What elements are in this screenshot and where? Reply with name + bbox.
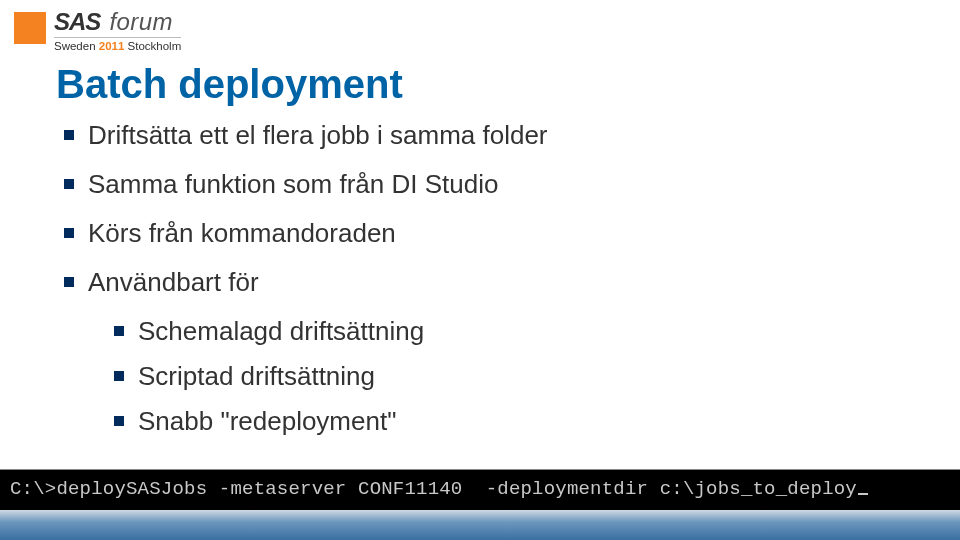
bullet-text: Körs från kommandoraden	[88, 218, 396, 249]
footer-gradient-bar	[0, 510, 960, 540]
bullet-text: Driftsätta ett el flera jobb i samma fol…	[88, 120, 548, 151]
bullet-level1: Körs från kommandoraden	[64, 218, 900, 249]
bullet-square-icon	[114, 371, 124, 381]
bullet-square-icon	[64, 130, 74, 140]
bullet-level1: Samma funktion som från DI Studio	[64, 169, 900, 200]
bullet-square-icon	[64, 277, 74, 287]
bullet-square-icon	[64, 179, 74, 189]
bullet-level1: Driftsätta ett el flera jobb i samma fol…	[64, 120, 900, 151]
logo-sub-city: Stockholm	[128, 40, 182, 52]
bullet-text: Scriptad driftsättning	[138, 361, 375, 392]
logo-sas-text: SAS	[54, 8, 100, 35]
bullet-text: Schemalagd driftsättning	[138, 316, 424, 347]
bullet-square-icon	[64, 228, 74, 238]
bullet-text: Snabb "redeployment"	[138, 406, 396, 437]
bullet-list: Driftsätta ett el flera jobb i samma fol…	[64, 120, 900, 451]
logo-text: SAS forum Sweden 2011 Stockholm	[54, 10, 181, 53]
bullet-level1: Användbart för	[64, 267, 900, 298]
terminal-line: C:\>deploySASJobs -metaserver CONF11140 …	[10, 478, 857, 500]
logo-forum-text: forum	[109, 8, 172, 35]
logo-square-icon	[14, 12, 46, 44]
bullet-text: Samma funktion som från DI Studio	[88, 169, 498, 200]
logo-main-line: SAS forum	[54, 10, 181, 34]
bullet-square-icon	[114, 416, 124, 426]
bullet-level2: Schemalagd driftsättning	[114, 316, 900, 347]
terminal-screenshot: C:\>deploySASJobs -metaserver CONF11140 …	[0, 469, 960, 510]
slide-header: SAS forum Sweden 2011 Stockholm	[14, 10, 181, 53]
bullet-square-icon	[114, 326, 124, 336]
slide-title: Batch deployment	[56, 62, 403, 107]
bullet-level2: Scriptad driftsättning	[114, 361, 900, 392]
logo-subline: Sweden 2011 Stockholm	[54, 37, 181, 53]
logo-sub-country: Sweden	[54, 40, 96, 52]
bullet-level2: Snabb "redeployment"	[114, 406, 900, 437]
terminal-cursor-icon	[858, 493, 868, 495]
logo-sub-year: 2011	[99, 40, 125, 52]
bullet-text: Användbart för	[88, 267, 259, 298]
